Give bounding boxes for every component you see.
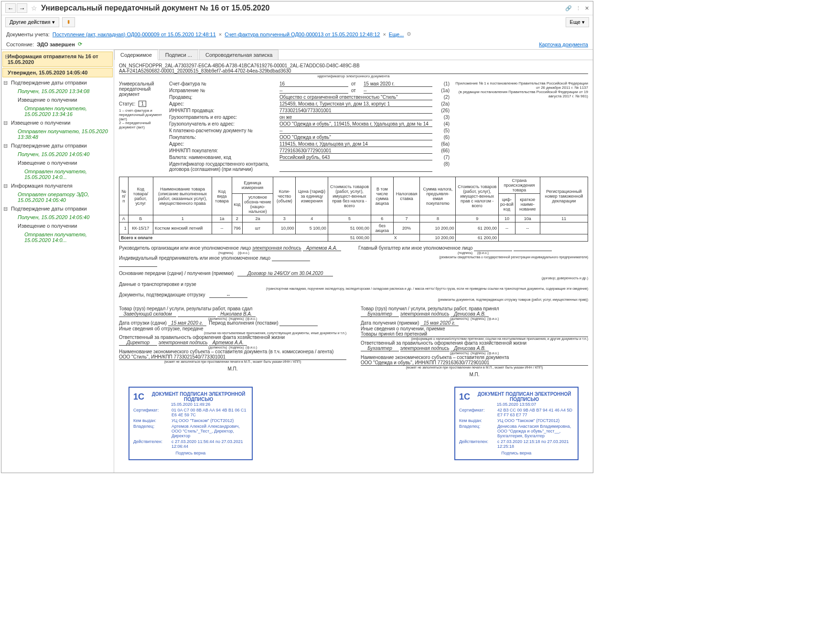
doc-type: Универсальный передаточный документ xyxy=(119,81,164,97)
doc-id-1: ON_NSCHFDOPPR_2AL-A7303297-E6CA-4BD6-A73… xyxy=(119,63,588,68)
right-block: Товар (груз) получил / услуги, результат… xyxy=(361,306,588,377)
sidebar-item[interactable]: Отправлен получателю, 15.05.2020 13:38:4… xyxy=(1,127,114,141)
accountant-label: Главный бухгалтер или иное уполномоченно… xyxy=(358,245,472,251)
signature-stamp-right: 1C ДОКУМЕНТ ПОДПИСАН ЭЛЕКТРОННОЙ ПОДПИСЬ… xyxy=(454,387,579,460)
sidebar-item[interactable]: Получен, 15.05.2020 13:34:08 xyxy=(1,87,114,95)
tab-signatures[interactable]: Подписи ... xyxy=(159,50,198,60)
close-icon[interactable]: ✕ xyxy=(585,5,589,11)
doc-link-1[interactable]: Поступление (акт, накладная) ОД00-000009… xyxy=(53,32,216,37)
link-icon[interactable]: 🔗 xyxy=(565,5,572,11)
gear-icon[interactable]: ⚙ xyxy=(407,31,411,37)
menu-icon[interactable]: ⋮ xyxy=(576,5,581,11)
sidebar-item[interactable]: Извещение о получении xyxy=(1,95,114,104)
tree-icon-button[interactable]: ⬍ xyxy=(62,17,75,27)
toolbar: Другие действия ▾ ⬍ Еще ▾ xyxy=(1,15,593,29)
doc-id-caption: идентификатор электронного документа xyxy=(119,74,588,78)
collapse-icon[interactable]: ⊟ xyxy=(3,183,8,189)
doc-link-more[interactable]: Еще... xyxy=(389,32,404,37)
refresh-icon[interactable]: ⟳ xyxy=(78,41,82,47)
sidebar-item[interactable]: Отправлен получателю, 15.05.2020 14:0... xyxy=(1,167,114,181)
left-block: Товар (груз) передал / услуги, результат… xyxy=(119,306,346,377)
table-row: 1 КК-15/17 Костюм женский летний -- 796 … xyxy=(119,222,588,234)
sidebar-item[interactable]: Отправлен получателю, 15.05.2020 13:34:1… xyxy=(1,104,114,118)
status-value: ЭДО завершен xyxy=(37,42,75,47)
head-label: Руководитель организации или иное уполно… xyxy=(119,245,251,251)
nav-back-button[interactable]: ← xyxy=(5,3,16,13)
collapse-icon[interactable]: ⊟ xyxy=(3,80,8,86)
remove-link-2[interactable]: × xyxy=(383,32,386,37)
1c-logo-icon: 1C xyxy=(459,392,470,402)
collapse-icon[interactable]: ⊟ xyxy=(5,53,9,60)
sidebar-item[interactable]: Отправлен получателю, 15.05.2020 14:0... xyxy=(1,230,114,244)
star-icon[interactable]: ☆ xyxy=(31,4,37,12)
doc-id-2: AA-F241A5260682-00001_20200515_83bb9ef7-… xyxy=(119,68,588,74)
sidebar-item[interactable]: ⊟Подтверждение даты отправки xyxy=(1,204,114,213)
status-label: Состояние: xyxy=(6,42,34,47)
remove-link-1[interactable]: × xyxy=(219,32,222,37)
basis-label: Основание передачи (сдачи) / получения (… xyxy=(119,271,234,276)
signature-stamp-left: 1C ДОКУМЕНТ ПОДПИСАН ЭЛЕКТРОННОЙ ПОДПИСЬ… xyxy=(129,387,253,460)
tab-note[interactable]: Сопроводительная записка xyxy=(199,50,279,60)
nav-forward-button[interactable]: → xyxy=(17,3,27,13)
table-total-row: Всего к оплате 51 000,00 X 10 200,00 61 … xyxy=(119,234,588,242)
sidebar-item[interactable]: Отправлен оператору ЭДО, 15.05.2020 14:0… xyxy=(1,190,114,204)
doc-status-label: Статус: xyxy=(119,101,135,106)
sidebar-item[interactable]: ⊟Извещение о получении xyxy=(1,118,114,127)
shipdocs-label: Документы, подтверждающие отгрузку xyxy=(119,292,205,297)
sidebar-item[interactable]: ⊟Подтверждение даты отправки xyxy=(1,78,114,87)
more-button[interactable]: Еще ▾ xyxy=(566,17,589,27)
titlebar: ← → ☆ Универсальный передаточный докумен… xyxy=(1,1,593,15)
doclinks-label: Документы учета: xyxy=(6,32,50,37)
ip-label: Индивидуальный предприниматель или иное … xyxy=(119,255,270,261)
doc-status-value: 1 xyxy=(139,101,146,107)
collapse-icon[interactable]: ⊟ xyxy=(3,206,8,212)
sidebar-item[interactable]: Извещение о получении xyxy=(1,158,114,167)
transport-label: Данные о транспортировке и грузе xyxy=(119,282,196,287)
other-actions-button[interactable]: Другие действия ▾ xyxy=(5,17,59,27)
1c-logo-icon: 1C xyxy=(133,392,144,402)
doc-link-2[interactable]: Счет-фактура полученный ОД00-000013 от 1… xyxy=(225,32,380,37)
doc-status-note: 1 – счет-фактура и передаточный документ… xyxy=(119,109,164,130)
sidebar-item[interactable]: Получен, 15.05.2020 14:05:40 xyxy=(1,213,114,222)
collapse-icon[interactable]: ⊟ xyxy=(3,120,8,126)
appendix-note: Приложение № 1 к постановлению Правитель… xyxy=(454,81,588,173)
sidebar-item[interactable]: Получен, 15.05.2020 14:05:40 xyxy=(1,150,114,158)
sidebar-item[interactable]: ⊟Подтверждение даты отправки xyxy=(1,141,114,150)
tabs: Содержимое Подписи ... Сопроводительная … xyxy=(114,50,593,60)
sidebar-root[interactable]: ⊟ Информация отправителя № 16 от 15.05.2… xyxy=(2,52,113,67)
collapse-icon[interactable]: ⊟ xyxy=(3,143,8,149)
sidebar-item[interactable]: Извещение о получении xyxy=(1,222,114,230)
sidebar-root-status: Утвержден, 15.05.2020 14:05:40 xyxy=(2,68,113,77)
window-title: Универсальный передаточный документ № 16… xyxy=(41,4,565,12)
items-table: № п/п Код товара/ работ, услуг Наименова… xyxy=(119,177,588,242)
document-body: ON_NSCHFDOPPR_2AL-A7303297-E6CA-4BD6-A73… xyxy=(114,60,593,473)
document-card-link[interactable]: Карточка документа xyxy=(539,42,588,47)
sidebar-item[interactable]: ⊟Информация получателя xyxy=(1,181,114,190)
tab-content[interactable]: Содержимое xyxy=(114,50,158,60)
document-links: Документы учета: Поступление (акт, накла… xyxy=(1,29,593,39)
sidebar: ⊟ Информация отправителя № 16 от 15.05.2… xyxy=(1,50,114,473)
